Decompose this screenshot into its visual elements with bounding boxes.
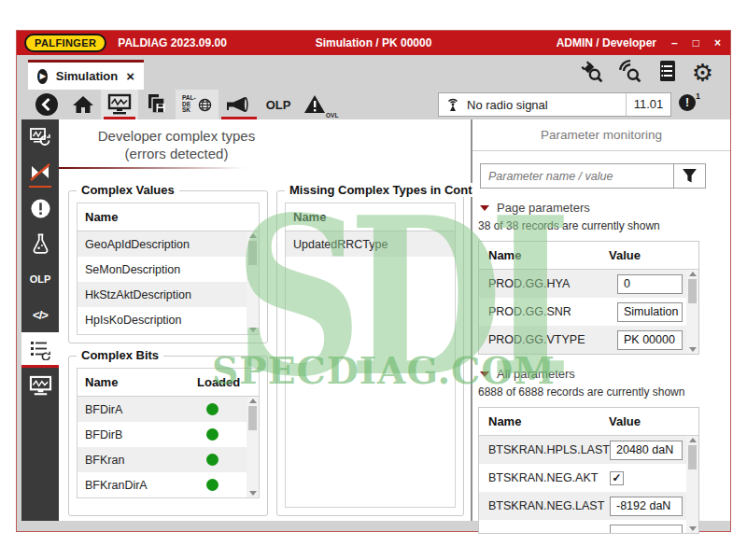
scroll-down-icon[interactable] [249,491,257,496]
filter-button[interactable] [674,163,706,189]
page-title-line2: (errors detected) [59,145,294,162]
column-header-name: Name [293,210,447,224]
panel-title: Parameter monitoring [472,119,730,151]
list-item[interactable]: BFKranDirA [78,472,247,497]
sidebar-item-errors[interactable] [21,190,59,226]
value-input[interactable]: Simulation [617,302,683,322]
home-button[interactable] [65,90,101,119]
scroll-thumb[interactable] [688,445,697,469]
expander-label: All parameters [497,367,575,381]
column-header-name: Name [488,248,609,262]
olp-button[interactable]: OLP [260,90,298,119]
sidebar-olp-label: OLP [30,273,51,285]
value-input[interactable] [610,525,683,534]
value-input[interactable]: -8192 daN [610,497,683,516]
scrollbar[interactable] [686,436,698,533]
scroll-down-icon[interactable] [689,526,697,531]
ovl-label: OVL [326,112,338,119]
scrollbar[interactable] [247,231,259,334]
chevron-down-icon [480,371,489,377]
value-checkbox[interactable]: ✓ [610,471,624,485]
sidebar-item-olp[interactable]: OLP [21,261,59,297]
scroll-up-icon[interactable] [689,438,697,442]
list-item[interactable]: BFDirA [78,397,247,422]
ovl-warning-button[interactable]: OVL [297,90,334,119]
loaded-status-dot [206,403,218,415]
antenna-icon [444,97,461,112]
sidebar-item-monitoring[interactable] [21,368,59,403]
value-input[interactable]: PK 00000 [617,330,683,350]
sidebar-item-lab[interactable] [21,226,59,261]
list-item[interactable]: HpIsKoDescription [78,307,247,332]
alert-count: 1 [696,91,700,101]
scroll-up-icon[interactable] [249,233,257,238]
connection-search-icon[interactable] [579,59,603,87]
palfinger-logo: PALFINGER [24,34,106,52]
list-item[interactable]: HkStzAktDescription [78,282,247,307]
scrollbar[interactable] [247,397,259,497]
value-input[interactable]: 0 [617,274,683,294]
value-input[interactable]: 20480 daN [610,441,683,460]
scroll-up-icon[interactable] [689,272,697,276]
scroll-up-icon[interactable] [249,399,257,403]
chevron-down-icon [480,205,489,211]
tab-simulation[interactable]: ▶ Simulation × [28,60,144,90]
table-row[interactable]: BTSKRAN.NEG.LAST -8192 daN [479,492,686,520]
table-row[interactable]: PROD.GG.VTYPE PK 00000 [479,326,686,354]
minimize-button[interactable]: – [671,37,678,49]
paldesk-line3: SK [182,107,196,114]
scroll-down-icon[interactable] [689,347,697,352]
exclamation-circle-icon [30,198,51,219]
back-button[interactable] [28,90,65,119]
list-item[interactable]: BFKran [78,447,247,472]
paldesk-button[interactable]: PAL- DE SK [176,90,218,119]
table-row[interactable]: PROD.GG.SNR Simulation [479,298,686,326]
close-button[interactable]: × [714,37,721,49]
scroll-thumb[interactable] [248,406,257,430]
title-bar: PALFINGER PALDIAG 2023.09.00 Simulation … [17,31,730,55]
table-row[interactable]: BTSKRAN.NEG.AKT ✓ [479,464,686,492]
table-row[interactable]: PROD.GG.HYA 0 [479,270,686,298]
scrollbar[interactable] [686,270,698,354]
horn-button[interactable] [218,90,260,119]
list-refresh-icon [29,338,51,360]
page-parameters-expander[interactable]: Page parameters [480,201,730,215]
list-item[interactable]: SeMonDescription [78,257,247,282]
report-icon[interactable] [655,59,678,87]
loaded-status-dot [206,428,218,441]
list-item[interactable]: UpdatedRRCType [286,231,455,257]
user-role-label: ADMIN / Developer [557,36,656,49]
main-area: Developer complex types (errors detected… [59,119,471,521]
expander-label: Page parameters [497,201,590,215]
table-row[interactable]: BTSKRAN.HPLS.LAST 20480 daN [479,436,686,464]
parameter-search-input[interactable] [480,163,674,189]
tab-close-icon[interactable]: × [126,68,134,84]
all-parameters-expander[interactable]: All parameters [480,367,730,381]
complex-bits-legend: Complex Bits [77,348,163,362]
list-item[interactable]: BFDirB [78,422,247,447]
sidebar-item-no-connection[interactable] [21,155,59,190]
funnel-icon [682,168,698,184]
sidebar-item-code[interactable]: </> [21,297,59,332]
sidebar-item-data-refresh[interactable] [21,119,59,155]
radio-search-icon[interactable] [617,59,641,87]
settings-gear-icon[interactable]: ⚙ [692,61,713,85]
table-row-partial[interactable] [479,520,686,533]
alert-badge-icon[interactable]: ! [679,94,696,111]
copy-save-button[interactable] [138,90,176,119]
scroll-down-icon[interactable] [249,328,257,332]
maximize-button[interactable]: □ [693,37,699,49]
version-value: 11.01 [626,93,670,116]
sidebar-item-parameter-list-active[interactable] [21,332,59,368]
monitor-button[interactable] [101,90,138,119]
column-header-value: Value [609,414,689,428]
scroll-thumb[interactable] [248,241,257,265]
missing-types-group: Missing Complex Types in Container Name … [276,190,464,516]
header-accent-line [59,167,246,169]
column-header-name: Name [488,414,609,428]
scroll-thumb[interactable] [688,279,697,303]
list-item[interactable]: GeoApIdDescription [78,231,247,257]
app-window: PALFINGER PALDIAG 2023.09.00 Simulation … [16,30,731,532]
parameter-monitoring-panel: Parameter monitoring Page parameters 38 … [472,119,730,521]
complex-values-legend: Complex Values [77,183,179,197]
